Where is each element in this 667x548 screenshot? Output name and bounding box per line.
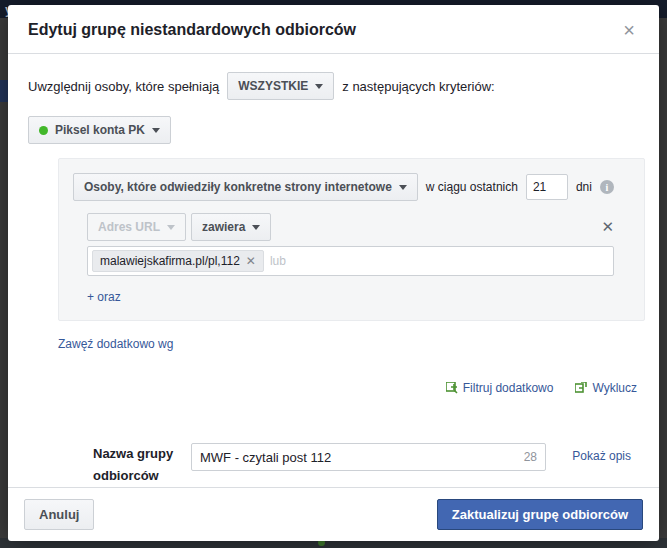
modal-body: Uwzględnij osoby, które spełniają WSZYST… — [8, 54, 659, 487]
info-icon[interactable]: i — [600, 180, 614, 194]
retention-prefix-text: w ciągu ostatnich — [426, 180, 518, 194]
inclusion-rule-row: Uwzględnij osoby, które spełniają WSZYST… — [28, 72, 645, 100]
exclude-link[interactable]: Wyklucz — [592, 381, 637, 395]
close-icon[interactable]: × — [619, 20, 639, 40]
filter-icon — [446, 382, 458, 394]
pixel-label: Piksel konta PK — [55, 123, 145, 137]
filter-further-action[interactable]: Filtruj dodatkowo — [446, 381, 554, 395]
edit-custom-audience-modal: Edytuj grupę niestandardowych odbiorców … — [8, 5, 659, 539]
chevron-down-icon — [399, 185, 407, 190]
refine-actions-row: Filtruj dodatkowo Wyklucz — [28, 381, 645, 395]
show-description-link[interactable]: Pokaż opis — [572, 443, 631, 463]
operator-label: zawiera — [202, 220, 245, 234]
remove-condition-icon[interactable]: ✕ — [601, 221, 614, 233]
url-tag-text: malawiejskafirma.pl/pl,112 — [100, 254, 240, 268]
match-type-label: WSZYSTKIE — [238, 79, 308, 93]
url-tag: malawiejskafirma.pl/pl,112 ✕ — [92, 250, 264, 272]
url-field-label: Adres URL — [98, 220, 160, 234]
url-values-field[interactable]: malawiejskafirma.pl/pl,112 ✕ — [87, 246, 614, 276]
audience-name-row: Nazwa grupy odbiorców 28 Pokaż opis — [28, 443, 645, 487]
match-type-dropdown[interactable]: WSZYSTKIE — [227, 72, 334, 100]
event-type-dropdown[interactable]: Osoby, które odwiedziły konkretne strony… — [73, 173, 418, 201]
pixel-dropdown[interactable]: Piksel konta PK — [28, 116, 171, 144]
url-field-dropdown[interactable]: Adres URL — [87, 213, 186, 241]
pixel-row: Piksel konta PK — [28, 116, 645, 144]
filter-further-link[interactable]: Filtruj dodatkowo — [463, 381, 554, 395]
url-value-input[interactable] — [270, 254, 609, 268]
rule-prefix-text: Uwzględnij osoby, które spełniają — [28, 79, 219, 94]
rule-suffix-text: z następujących kryteriów: — [342, 79, 494, 94]
retention-days-input[interactable] — [526, 174, 568, 200]
narrow-further-link[interactable]: Zawęź dodatkowo wg — [58, 337, 173, 351]
audience-name-label-line2: odbiorców — [93, 465, 185, 487]
char-count: 28 — [524, 450, 537, 464]
chevron-down-icon — [167, 225, 175, 230]
operator-dropdown[interactable]: zawiera — [191, 213, 271, 241]
pixel-active-dot-icon — [39, 126, 48, 135]
modal-header: Edytuj grupę niestandardowych odbiorców … — [8, 5, 659, 54]
chevron-down-icon — [152, 128, 160, 133]
audience-name-input-wrap: 28 — [191, 443, 546, 471]
chevron-down-icon — [315, 84, 323, 89]
modal-title: Edytuj grupę niestandardowych odbiorców — [28, 21, 356, 39]
cancel-button[interactable]: Anuluj — [24, 499, 94, 530]
modal-footer: Anuluj Zaktualizuj grupę odbiorców — [8, 487, 659, 541]
update-audience-button[interactable]: Zaktualizuj grupę odbiorców — [437, 499, 643, 530]
exclude-action[interactable]: Wyklucz — [575, 381, 637, 395]
audience-name-label: Nazwa grupy odbiorców — [93, 443, 185, 487]
url-condition-row: Adres URL zawiera ✕ — [87, 213, 614, 241]
audience-name-label-line1: Nazwa grupy — [93, 443, 185, 465]
chevron-down-icon — [252, 225, 260, 230]
audience-name-input[interactable] — [191, 443, 546, 471]
exclude-icon — [575, 382, 587, 394]
criteria-panel: Osoby, które odwiedziły konkretne strony… — [58, 158, 645, 321]
retention-unit-text: dni — [576, 180, 592, 194]
add-or-link[interactable]: + oraz — [87, 290, 121, 304]
event-type-label: Osoby, które odwiedziły konkretne strony… — [84, 180, 392, 194]
remove-tag-icon[interactable]: ✕ — [246, 256, 256, 266]
event-rule-row: Osoby, które odwiedziły konkretne strony… — [73, 173, 630, 201]
